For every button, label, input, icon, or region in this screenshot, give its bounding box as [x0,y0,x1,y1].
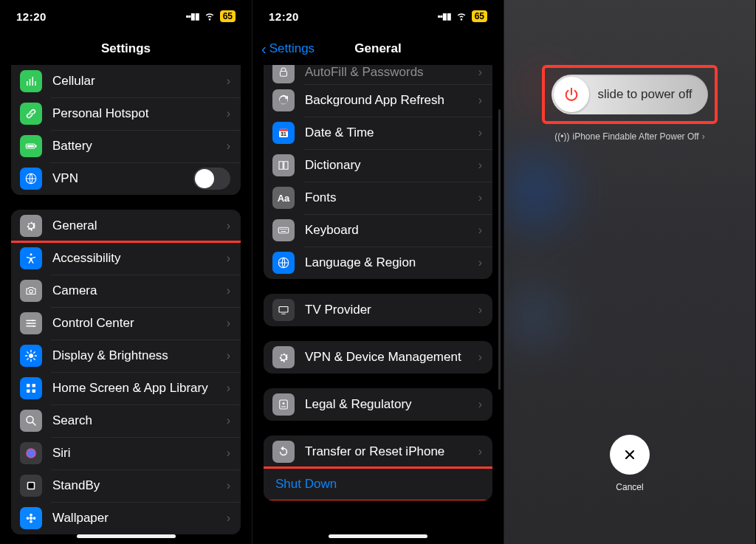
slide-to-power-off[interactable]: slide to power off [551,75,708,114]
svg-point-22 [33,517,36,520]
row-vpn[interactable]: VPN [11,162,241,195]
sun-icon [20,345,42,367]
chevron-right-icon: › [227,252,230,265]
cancel-button[interactable] [610,435,650,475]
home-indicator[interactable] [77,534,176,538]
row-label: Search [52,413,227,428]
tv-icon [272,299,295,321]
signal-icon: ▪▪▮▮ [185,11,199,21]
chevron-right-icon: › [702,131,705,142]
status-right: ▪▪▮▮ 65 [185,10,236,24]
general-panel: 12:20 ▪▪▮▮ 65 ‹ Settings General AutoFil… [252,0,504,544]
chevron-right-icon: › [227,447,230,460]
general-content[interactable]: AutoFill & Passwords›Background App Refr… [252,65,504,544]
row-label: TV Provider [305,303,478,317]
row-label: AutoFill & Passwords [305,65,478,80]
row-language-region[interactable]: Language & Region› [264,247,492,279]
svg-point-19 [30,514,32,517]
status-bar: 12:20 ▪▪▮▮ 65 [0,0,252,32]
svg-point-6 [32,320,33,321]
row-camera[interactable]: Camera› [11,275,241,307]
row-label: General [52,218,227,233]
svg-point-7 [29,323,30,324]
row-shut-down[interactable]: Shut Down [264,468,492,500]
row-vpn-device-management[interactable]: VPN & Device Management› [264,341,492,373]
chevron-right-icon: › [227,284,230,297]
row-search[interactable]: Search› [11,404,241,437]
row-label: Camera [52,283,227,298]
gear-icon [20,215,42,237]
row-tv-provider[interactable]: TV Provider› [264,294,492,326]
findable-note[interactable]: ((•)) iPhone Findable After Power Off › [504,131,755,142]
svg-point-5 [30,290,33,294]
svg-point-4 [30,253,32,255]
back-button[interactable]: ‹ Settings [261,41,315,56]
chevron-right-icon: › [478,159,482,172]
row-label: Fonts [305,190,478,205]
chevron-right-icon: › [478,445,482,458]
findable-label: iPhone Findable After Power Off [572,131,698,142]
search-icon [20,410,42,432]
row-general[interactable]: General› [11,210,241,242]
row-label: Wallpaper [52,511,227,526]
siri-icon [20,442,42,464]
row-standby[interactable]: StandBy› [11,469,241,502]
chevron-left-icon: ‹ [261,41,267,56]
chevron-right-icon: › [227,75,230,88]
row-wallpaper[interactable]: Wallpaper› [11,502,241,534]
row-dictionary[interactable]: Dictionary› [264,149,492,182]
row-label: StandBy [52,478,227,493]
antenna-icon [20,70,42,92]
row-home-screen-app-library[interactable]: Home Screen & App Library› [11,372,241,404]
svg-rect-2 [27,145,34,148]
svg-rect-13 [32,390,36,393]
row-label: Personal Hotspot [52,106,227,121]
svg-rect-17 [28,483,34,489]
row-cellular[interactable]: Cellular› [11,65,241,97]
scroll-indicator [498,109,501,390]
row-keyboard[interactable]: Keyboard› [264,214,492,247]
camera-icon [20,280,42,302]
row-label: Language & Region [305,255,478,270]
power-icon[interactable] [554,77,589,112]
row-display-brightness[interactable]: Display & Brightness› [11,340,241,372]
chevron-right-icon: › [478,126,482,140]
row-transfer-or-reset-iphone[interactable]: Transfer or Reset iPhone› [264,435,492,468]
row-label: VPN [52,171,193,186]
row-label: Keyboard [305,223,478,238]
chevron-right-icon: › [227,107,230,120]
keyb-icon [272,219,295,241]
row-autofill-passwords[interactable]: AutoFill & Passwords› [264,65,492,84]
svg-point-31 [283,402,285,404]
chevron-right-icon: › [478,256,482,269]
settings-content[interactable]: Cellular›Personal Hotspot›Battery›VPN Ge… [0,65,252,544]
svg-rect-1 [35,145,37,148]
chevron-right-icon: › [227,140,230,153]
book-icon [272,154,295,176]
row-legal-regulatory[interactable]: Legal & Regulatory› [264,388,492,421]
access-icon [20,247,42,269]
svg-rect-29 [279,307,288,313]
row-siri[interactable]: Siri› [11,437,241,469]
svg-point-18 [30,517,33,520]
row-accessibility[interactable]: Accessibility› [11,242,241,275]
row-label: Battery [52,139,227,154]
row-background-app-refresh[interactable]: Background App Refresh› [264,84,492,117]
chevron-right-icon: › [478,398,482,411]
row-date-time[interactable]: 31Date & Time› [264,117,492,149]
row-personal-hotspot[interactable]: Personal Hotspot› [11,97,241,130]
slide-label: slide to power off [589,87,708,102]
row-label: VPN & Device Management [305,350,478,365]
row-battery[interactable]: Battery› [11,130,241,162]
Aa-icon: Aa [272,187,295,209]
row-fonts[interactable]: AaFonts› [264,182,492,214]
chevron-right-icon: › [227,349,230,362]
svg-rect-23 [281,72,287,77]
row-control-center[interactable]: Control Center› [11,307,241,340]
svg-point-9 [29,354,33,358]
cert-icon [272,393,295,416]
row-label: Accessibility [52,251,227,266]
row-label: Control Center [52,316,227,331]
vpn-toggle[interactable] [193,168,230,190]
home-indicator[interactable] [329,534,427,538]
